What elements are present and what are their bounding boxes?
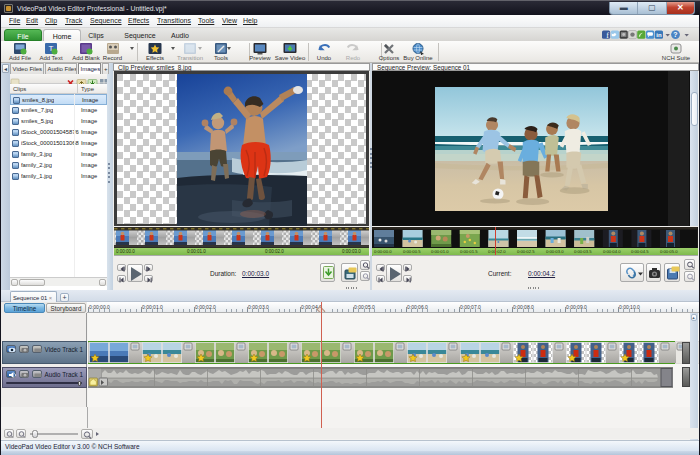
svg-text:f: f xyxy=(606,31,609,40)
svg-text:?: ? xyxy=(673,31,677,38)
svg-text:in: in xyxy=(656,32,662,38)
